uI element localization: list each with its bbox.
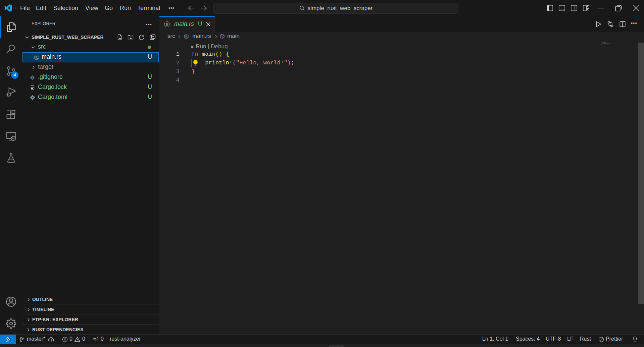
svg-text:R: R (185, 35, 188, 38)
svg-text:R: R (165, 22, 168, 26)
svg-text:R: R (35, 56, 38, 59)
